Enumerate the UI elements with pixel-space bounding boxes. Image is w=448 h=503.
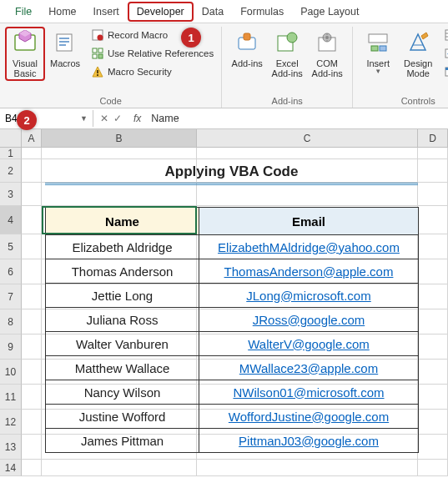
visual-basic-icon: [12, 29, 38, 56]
row-header[interactable]: 4: [0, 206, 22, 234]
row-header[interactable]: 10: [0, 360, 22, 385]
col-header-A[interactable]: A: [22, 129, 42, 148]
row-header[interactable]: 9: [0, 334, 22, 360]
table-row[interactable]: Justine WoffordWoffordJustine@google.com: [46, 405, 419, 429]
tab-formulas[interactable]: Formulas: [232, 2, 292, 22]
tab-insert[interactable]: Insert: [85, 2, 128, 22]
use-relative-references-button[interactable]: Use Relative References: [88, 45, 216, 62]
insert-control-icon: [365, 29, 391, 56]
row-header[interactable]: 1: [0, 148, 22, 159]
relative-refs-icon: [91, 47, 104, 60]
col-header-B[interactable]: B: [42, 129, 197, 148]
svg-marker-32: [421, 33, 428, 39]
sheet-title: Applying VBA Code: [45, 163, 418, 185]
enter-formula-icon[interactable]: ✓: [113, 113, 122, 124]
cancel-formula-icon[interactable]: ✕: [100, 113, 108, 124]
formula-buttons: ✕ ✓: [93, 113, 128, 124]
svg-rect-15: [97, 74, 98, 76]
row-header[interactable]: 7: [0, 284, 22, 309]
table-row[interactable]: Elizabeth AldridgeElizabethMAldridge@yah…: [46, 235, 419, 259]
ribbon-group-controls: Insert ▼ Design Mode Pro </> Vie Ru: [353, 27, 448, 108]
name-box[interactable]: B4 ▼: [0, 110, 93, 127]
macros-button[interactable]: Macros: [45, 27, 85, 71]
table-row[interactable]: Jettie LongJLong@microsoft.com: [46, 284, 419, 308]
row-header[interactable]: 14: [0, 460, 22, 476]
properties-button[interactable]: Pro: [441, 27, 448, 43]
col-header-C[interactable]: C: [197, 129, 418, 148]
visual-basic-label: Visual Basic: [7, 58, 43, 78]
tab-developer[interactable]: Developer: [128, 2, 194, 22]
callout-1: 1: [181, 28, 201, 48]
svg-rect-12: [98, 54, 103, 58]
row-header[interactable]: 12: [0, 410, 22, 435]
svg-rect-14: [97, 70, 98, 73]
row-header[interactable]: 3: [0, 183, 22, 206]
svg-point-22: [325, 36, 329, 39]
email-link[interactable]: WalterV@google.com: [248, 337, 370, 351]
select-all-corner[interactable]: [0, 129, 22, 148]
table-row[interactable]: Matthew WallaceMWallace23@apple.com: [46, 356, 419, 380]
design-mode-button[interactable]: Design Mode: [398, 27, 438, 81]
macro-security-button[interactable]: Macro Security: [88, 63, 216, 80]
run-dialog-button[interactable]: Ru: [441, 63, 448, 80]
svg-rect-27: [369, 34, 387, 43]
tab-file[interactable]: File: [7, 2, 40, 22]
col-header-D[interactable]: D: [418, 129, 448, 148]
tab-data[interactable]: Data: [194, 2, 232, 22]
visual-basic-button[interactable]: Visual Basic: [5, 27, 45, 81]
cells-area[interactable]: Applying VBA Code Name Email Elizabeth A…: [22, 148, 448, 476]
email-link[interactable]: MWallace23@apple.com: [239, 361, 378, 375]
chevron-down-icon[interactable]: ▼: [80, 114, 88, 123]
svg-rect-4: [59, 38, 69, 39]
email-link[interactable]: NWilson01@microsoft.com: [233, 385, 384, 400]
header-email[interactable]: Email: [199, 208, 419, 235]
tab-home[interactable]: Home: [40, 2, 84, 22]
insert-control-button[interactable]: Insert ▼: [358, 27, 398, 78]
email-link[interactable]: JLong@microsoft.com: [246, 289, 370, 303]
view-code-button[interactable]: </> Vie: [441, 45, 448, 62]
tab-page-layout[interactable]: Page Layout: [292, 2, 367, 22]
row-header[interactable]: 13: [0, 435, 22, 460]
macro-security-icon: [91, 65, 104, 78]
email-link[interactable]: PittmanJ03@google.com: [239, 434, 379, 448]
table-row[interactable]: Juliana RossJRoss@google.com: [46, 308, 419, 332]
table-row[interactable]: Nancy WilsonNWilson01@microsoft.com: [46, 380, 419, 405]
view-code-icon: </>: [444, 47, 448, 60]
svg-rect-28: [371, 46, 378, 51]
table-header-row: Name Email: [46, 208, 419, 235]
svg-rect-19: [287, 33, 297, 43]
row-header[interactable]: 6: [0, 259, 22, 284]
record-macro-icon: [91, 28, 104, 42]
email-link[interactable]: ElizabethMAldridge@yahoo.com: [218, 240, 400, 254]
fx-icon[interactable]: fx: [128, 113, 146, 124]
data-table: Name Email Elizabeth AldridgeElizabethMA…: [45, 207, 419, 453]
excel-addins-icon: [274, 29, 300, 56]
row-header[interactable]: 2: [0, 159, 22, 183]
svg-rect-5: [59, 41, 69, 43]
addins-icon: [234, 29, 260, 56]
grid-body: 1 2 3 4 5 6 7 8 9 10 11 12 13 14 Applyin…: [0, 148, 448, 476]
com-addins-button[interactable]: COM Add-ins: [307, 27, 347, 81]
email-link[interactable]: ThomasAnderson@apple.com: [224, 264, 394, 279]
svg-rect-17: [244, 33, 250, 40]
excel-addins-button[interactable]: Excel Add-ins: [267, 27, 307, 81]
table-row[interactable]: James PittmanPittmanJ03@google.com: [46, 429, 419, 453]
ribbon-group-addins: Add-ins Excel Add-ins COM Add-ins Add-in…: [222, 27, 353, 108]
header-name[interactable]: Name: [46, 208, 199, 235]
row-header[interactable]: 5: [0, 234, 22, 259]
row-header[interactable]: 11: [0, 385, 22, 410]
properties-icon: [444, 28, 448, 42]
formula-bar: B4 ▼ ✕ ✓ fx Name: [0, 108, 448, 129]
table-row[interactable]: Walter VanburenWalterV@google.com: [46, 332, 419, 356]
addins-button[interactable]: Add-ins: [227, 27, 267, 71]
svg-rect-9: [93, 48, 97, 53]
addins-group-label: Add-ins: [227, 94, 347, 106]
row-headers: 1 2 3 4 5 6 7 8 9 10 11 12 13 14: [0, 148, 22, 476]
email-link[interactable]: WoffordJustine@google.com: [229, 410, 389, 424]
controls-group-label: Controls: [358, 94, 448, 106]
table-row[interactable]: Thomas AndersonThomasAnderson@apple.com: [46, 259, 419, 284]
ribbon: Visual Basic Macros Record Macro Use Rel…: [0, 23, 448, 108]
email-link[interactable]: JRoss@google.com: [253, 313, 365, 327]
row-header[interactable]: 8: [0, 309, 22, 334]
formula-input[interactable]: Name: [146, 110, 448, 127]
